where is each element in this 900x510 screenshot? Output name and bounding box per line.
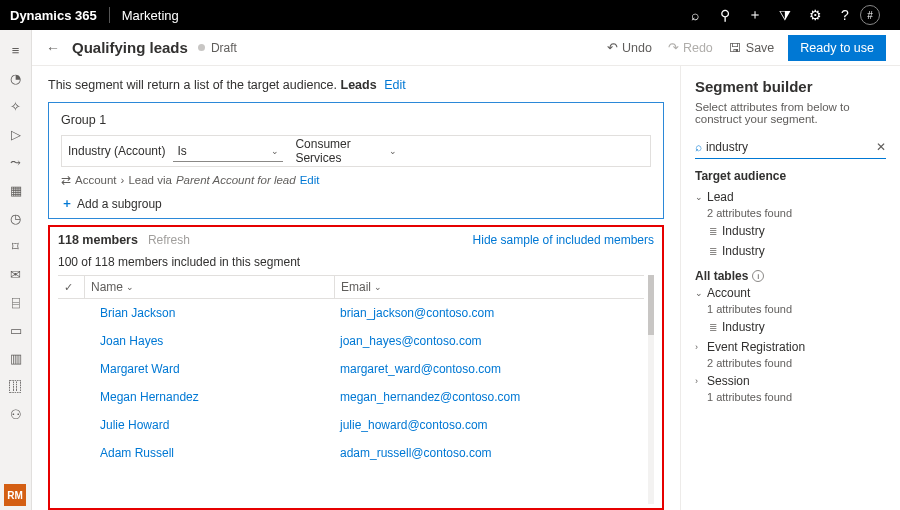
- member-email-link[interactable]: margaret_ward@contoso.com: [340, 362, 501, 376]
- redo-button[interactable]: ↷Redo: [668, 40, 713, 55]
- rail-gauge-icon[interactable]: ◷: [0, 204, 32, 232]
- member-name-link[interactable]: Megan Hernandez: [100, 390, 199, 404]
- path-icon: ⇄: [61, 173, 71, 187]
- member-name-link[interactable]: Adam Russell: [100, 446, 174, 460]
- rail-persona-badge[interactable]: RM: [4, 484, 26, 506]
- members-table: ✓ Name⌄ Email⌄ Brian Jacksonbrian_jackso…: [58, 275, 644, 504]
- add-subgroup-button[interactable]: ＋ Add a subgroup: [61, 195, 651, 212]
- rail-chart-icon[interactable]: ⿲: [0, 372, 32, 400]
- rail-journey-icon[interactable]: ⤳: [0, 148, 32, 176]
- value-dropdown[interactable]: Consumer Services⌄: [291, 140, 401, 162]
- condition-field: Industry (Account): [68, 144, 165, 158]
- intro-text: This segment will return a list of the t…: [48, 78, 664, 92]
- page-title: Qualifying leads: [72, 39, 188, 56]
- chevron-right-icon: ›: [695, 376, 707, 386]
- target-audience-label: Target audience: [695, 169, 886, 183]
- segment-builder-pane: Segment builder Select attributes from b…: [680, 66, 900, 510]
- column-email[interactable]: Email⌄: [334, 276, 644, 298]
- rail-grid-icon[interactable]: ▦: [0, 176, 32, 204]
- rail-play-icon[interactable]: ▷: [0, 120, 32, 148]
- attr-lead-industry-2[interactable]: ≣Industry: [695, 241, 886, 261]
- command-bar: ← Qualifying leads Draft ↶Undo ↷Redo 🖫Sa…: [32, 30, 900, 66]
- search-icon: ⌕: [695, 140, 702, 154]
- condition-row: Industry (Account) Is⌄ Consumer Services…: [61, 135, 651, 167]
- operator-dropdown[interactable]: Is⌄: [173, 140, 283, 162]
- app-label: Marketing: [122, 8, 179, 23]
- member-name-link[interactable]: Julie Howard: [100, 418, 169, 432]
- chevron-down-icon: ⌄: [695, 288, 707, 298]
- ready-to-use-button[interactable]: Ready to use: [788, 35, 886, 61]
- table-row[interactable]: Megan Hernandezmegan_hernandez@contoso.c…: [58, 383, 644, 411]
- member-email-link[interactable]: joan_hayes@contoso.com: [340, 334, 482, 348]
- attribute-search[interactable]: ⌕ ✕: [695, 135, 886, 159]
- header-divider: [109, 7, 110, 23]
- tree-session-count: 1 attributes found: [695, 391, 886, 403]
- tree-event-count: 2 attributes found: [695, 357, 886, 369]
- refresh-link[interactable]: Refresh: [148, 233, 190, 247]
- attribute-search-input[interactable]: [706, 140, 876, 154]
- undo-button[interactable]: ↶Undo: [607, 40, 652, 55]
- chevron-right-icon: ›: [695, 342, 707, 352]
- members-panel: 118 members Refresh Hide sample of inclu…: [48, 225, 664, 510]
- info-icon[interactable]: i: [752, 270, 764, 282]
- group-card: Group 1 Industry (Account) Is⌄ Consumer …: [48, 102, 664, 219]
- rail-clock-icon[interactable]: ◔: [0, 64, 32, 92]
- table-row[interactable]: Julie Howardjulie_howard@contoso.com: [58, 411, 644, 439]
- rail-mail-icon[interactable]: ✉: [0, 260, 32, 288]
- path-edit-link[interactable]: Edit: [300, 174, 320, 186]
- table-row[interactable]: Brian Jacksonbrian_jackson@contoso.com: [58, 299, 644, 327]
- column-name[interactable]: Name⌄: [84, 276, 334, 298]
- hide-sample-link[interactable]: Hide sample of included members: [473, 233, 654, 247]
- attr-account-industry[interactable]: ≣Industry: [695, 317, 886, 337]
- select-all-checkbox[interactable]: ✓: [64, 281, 84, 294]
- table-row[interactable]: Adam Russelladam_russell@contoso.com: [58, 439, 644, 467]
- save-button[interactable]: 🖫Save: [729, 41, 775, 55]
- status-dot-icon: [198, 44, 205, 51]
- left-nav-rail: ≡ ◔ ✧ ▷ ⤳ ▦ ◷ ⌑ ✉ ⌸ ▭ ▥ ⿲ ⚇ RM: [0, 30, 32, 510]
- members-subtext: 100 of 118 members included in this segm…: [58, 255, 654, 269]
- member-email-link[interactable]: julie_howard@contoso.com: [340, 418, 488, 432]
- add-icon[interactable]: ＋: [740, 6, 770, 24]
- tree-account[interactable]: ⌄Account: [695, 283, 886, 303]
- chevron-down-icon: ⌄: [271, 146, 279, 156]
- member-name-link[interactable]: Brian Jackson: [100, 306, 175, 320]
- table-row[interactable]: Margaret Wardmargaret_ward@contoso.com: [58, 355, 644, 383]
- members-scrollbar[interactable]: [648, 275, 654, 504]
- rail-pin-icon[interactable]: ✧: [0, 92, 32, 120]
- member-name-link[interactable]: Margaret Ward: [100, 362, 180, 376]
- help-icon[interactable]: ?: [830, 7, 860, 23]
- rail-people-icon[interactable]: ⚇: [0, 400, 32, 428]
- attr-lead-industry-1[interactable]: ≣Industry: [695, 221, 886, 241]
- rail-card-icon[interactable]: ▭: [0, 316, 32, 344]
- tree-event-registration[interactable]: ›Event Registration: [695, 337, 886, 357]
- add-icon: ＋: [61, 195, 73, 212]
- members-count: 118 members: [58, 233, 138, 247]
- search-icon[interactable]: ⌕: [680, 7, 710, 23]
- rail-chat-icon[interactable]: ⌑: [0, 232, 32, 260]
- chevron-down-icon: ⌄: [389, 146, 397, 156]
- back-button[interactable]: ←: [46, 40, 60, 56]
- undo-icon: ↶: [607, 40, 618, 55]
- lightbulb-icon[interactable]: ⚲: [710, 7, 740, 23]
- list-icon: ≣: [709, 246, 716, 257]
- gear-icon[interactable]: ⚙: [800, 7, 830, 23]
- member-email-link[interactable]: brian_jackson@contoso.com: [340, 306, 494, 320]
- user-avatar[interactable]: #: [860, 5, 890, 25]
- rail-inbox-icon[interactable]: ⌸: [0, 288, 32, 316]
- tree-lead[interactable]: ⌄Lead: [695, 187, 886, 207]
- member-email-link[interactable]: adam_russell@contoso.com: [340, 446, 492, 460]
- member-name-link[interactable]: Joan Hayes: [100, 334, 163, 348]
- rail-book-icon[interactable]: ▥: [0, 344, 32, 372]
- member-email-link[interactable]: megan_hernandez@contoso.com: [340, 390, 520, 404]
- chevron-down-icon: ⌄: [695, 192, 707, 202]
- filter-icon[interactable]: ⧩: [770, 7, 800, 24]
- clear-icon[interactable]: ✕: [876, 140, 886, 154]
- relationship-path: ⇄ Account› Lead via Parent Account for l…: [61, 173, 651, 187]
- builder-title: Segment builder: [695, 78, 886, 95]
- intro-edit-link[interactable]: Edit: [384, 78, 406, 92]
- list-icon: ≣: [709, 226, 716, 237]
- tree-session[interactable]: ›Session: [695, 371, 886, 391]
- table-row[interactable]: Joan Hayesjoan_hayes@contoso.com: [58, 327, 644, 355]
- chevron-down-icon: ⌄: [126, 282, 134, 292]
- rail-menu-icon[interactable]: ≡: [0, 36, 32, 64]
